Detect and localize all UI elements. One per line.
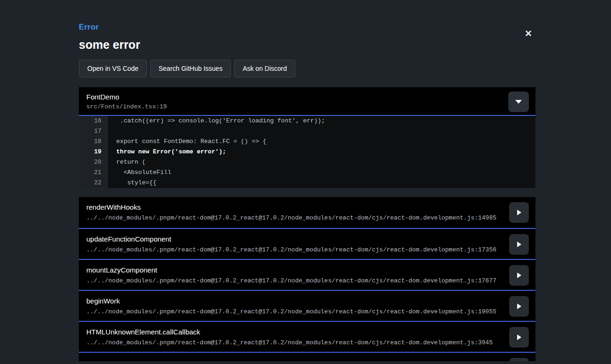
error-overlay-page: { "colors": { "page_background": "#1f242… — [0, 0, 611, 364]
play-icon — [517, 334, 521, 340]
stack-frame-location: ../../node_modules/.pnpm/react-dom@17.0.… — [86, 214, 528, 221]
search-github-issues-button[interactable]: Search GitHub Issues — [150, 60, 231, 77]
stack-frame-row: updateFunctionComponent ../../node_modul… — [79, 228, 535, 259]
stack-frame-row: HTMLUnknownElement.callCallback ../../no… — [79, 321, 535, 352]
code-frame-location: src/Fonts/index.tsx:19 — [86, 103, 528, 110]
open-in-vscode-button[interactable]: Open in VS Code — [79, 60, 147, 77]
expand-frame-button[interactable] — [509, 234, 529, 255]
line-number: 22 — [79, 178, 108, 188]
stack-frame-location: ../../node_modules/.pnpm/react-dom@17.0.… — [86, 277, 528, 284]
expand-frame-button[interactable] — [509, 327, 529, 348]
code-line: 16 .catch((err) => console.log('Error lo… — [79, 116, 535, 126]
expand-frame-button[interactable] — [509, 296, 529, 317]
expand-frame-button[interactable] — [509, 265, 529, 286]
stack-frame-row: beginWork ../../node_modules/.pnpm/react… — [79, 290, 535, 321]
code-line: 21 <AbsoluteFill — [79, 167, 535, 178]
line-text: <AbsoluteFill — [108, 167, 171, 178]
stack-frame-row: mountLazyComponent ../../node_modules/.p… — [79, 259, 535, 290]
code-frame-header: FontDemo src/Fonts/index.tsx:19 — [79, 87, 535, 116]
play-icon — [517, 303, 521, 309]
error-message: some error — [79, 38, 535, 52]
error-overlay-content: Error some error Open in VS Code Search … — [79, 0, 535, 361]
line-number: 20 — [79, 157, 108, 167]
line-text: export const FontDemo: React.FC = () => … — [108, 136, 267, 147]
line-text: style={{ — [108, 178, 157, 188]
code-line: 17 — [79, 126, 535, 136]
line-number: 16 — [79, 116, 108, 126]
play-icon — [517, 210, 521, 215]
expand-frame-button[interactable] — [509, 202, 529, 223]
stack-frame-function: renderWithHooks — [86, 203, 528, 211]
chevron-down-icon — [515, 100, 522, 104]
code-line-highlighted: 19 throw new Error('some error'); — [79, 147, 535, 157]
stack-frame-location: ../../node_modules/.pnpm/react-dom@17.0.… — [86, 246, 528, 253]
stack-frame-location: ../../node_modules/.pnpm/react-dom@17.0.… — [86, 339, 528, 346]
line-text: .catch((err) => console.log('Error loadi… — [108, 116, 325, 126]
stack-frame-row-partial — [79, 352, 535, 361]
code-line: 22 style={{ — [79, 178, 535, 188]
stack-frame-function: beginWork — [86, 297, 528, 305]
line-number: 21 — [79, 167, 108, 178]
stack-frame-function: mountLazyComponent — [86, 266, 528, 274]
ask-on-discord-button[interactable]: Ask on Discord — [234, 60, 295, 77]
stack-frame-row: renderWithHooks ../../node_modules/.pnpm… — [79, 197, 535, 228]
play-icon — [517, 242, 521, 247]
source-code-frame: FontDemo src/Fonts/index.tsx:19 16 .catc… — [79, 87, 535, 188]
line-number: 19 — [79, 147, 108, 157]
stack-trace-list: renderWithHooks ../../node_modules/.pnpm… — [79, 197, 535, 361]
line-text — [108, 126, 113, 136]
stack-frame-location: ../../node_modules/.pnpm/react-dom@17.0.… — [86, 308, 528, 315]
code-frame-function-name: FontDemo — [86, 93, 528, 101]
error-type-label: Error — [79, 23, 535, 32]
line-number: 18 — [79, 136, 108, 147]
collapse-code-button[interactable] — [508, 91, 529, 112]
expand-frame-button[interactable] — [509, 358, 529, 361]
code-lines: 16 .catch((err) => console.log('Error lo… — [79, 116, 535, 188]
stack-frame-function: updateFunctionComponent — [86, 235, 528, 243]
line-text: return ( — [108, 157, 145, 167]
line-text: throw new Error('some error'); — [108, 147, 226, 157]
code-line: 18 export const FontDemo: React.FC = () … — [79, 136, 535, 147]
line-number: 17 — [79, 126, 108, 136]
play-icon — [517, 273, 521, 278]
code-line: 20 return ( — [79, 157, 535, 167]
action-buttons: Open in VS Code Search GitHub Issues Ask… — [79, 60, 535, 77]
stack-frame-function: HTMLUnknownElement.callCallback — [86, 328, 528, 336]
